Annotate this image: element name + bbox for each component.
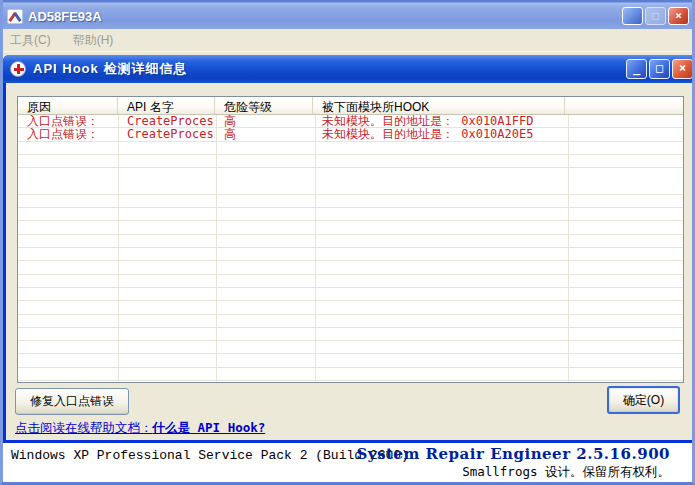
- red-cross-icon: [10, 61, 26, 77]
- credit-text: Smallfrogs 设计。保留所有权利。: [462, 464, 670, 481]
- cell-api-name: CreateProcessW: [118, 128, 215, 141]
- dialog-minimize-button[interactable]: _: [626, 59, 647, 79]
- app-window: AD58FE93A _ □ × 工具(C) 帮助(H) API Hook 检测详…: [0, 0, 695, 485]
- table-row[interactable]: 入口点错误： CreateProcessA 高 未知模块。目的地址是： 0x01…: [18, 115, 683, 128]
- column-header-hooked-by[interactable]: 被下面模块所HOOK: [313, 97, 565, 114]
- cell-hooked-by: 未知模块。目的地址是： 0x010A1FFD: [313, 115, 565, 128]
- fix-entry-point-button[interactable]: 修复入口点错误: [15, 388, 129, 415]
- cell-hooked-by: 未知模块。目的地址是： 0x010A20E5: [313, 128, 565, 141]
- table-row[interactable]: 入口点错误： CreateProcessW 高 未知模块。目的地址是： 0x01…: [18, 128, 683, 141]
- table-header: 原因 API 名字 危险等级 被下面模块所HOOK: [18, 97, 683, 115]
- menu-bar: 工具(C) 帮助(H): [3, 29, 692, 52]
- dialog-body: 原因 API 名字 危险等级 被下面模块所HOOK 入口点错误： CreateP…: [6, 83, 695, 440]
- dialog-title: API Hook 检测详细信息: [33, 60, 626, 78]
- cell-risk-level: 高: [215, 115, 313, 128]
- api-hook-table[interactable]: 原因 API 名字 危险等级 被下面模块所HOOK 入口点错误： CreateP…: [17, 96, 684, 383]
- column-header-api-name[interactable]: API 名字: [118, 97, 215, 114]
- status-bar: Windows XP Professional Service Pack 2 (…: [3, 443, 692, 482]
- column-header-empty[interactable]: [565, 97, 683, 114]
- table-body[interactable]: 入口点错误： CreateProcessA 高 未知模块。目的地址是： 0x01…: [18, 115, 683, 383]
- maximize-button-disabled: □: [645, 7, 666, 25]
- column-header-reason[interactable]: 原因: [18, 97, 118, 114]
- ok-button[interactable]: 确定(O): [607, 386, 680, 414]
- cell-risk-level: 高: [215, 128, 313, 141]
- dialog-maximize-button[interactable]: □: [649, 59, 670, 79]
- cell-api-name: CreateProcessA: [118, 115, 215, 128]
- cell-reason: 入口点错误：: [18, 128, 118, 141]
- column-divider: [315, 115, 316, 383]
- window-title: AD58FE93A: [28, 9, 622, 24]
- app-icon: [7, 9, 23, 24]
- column-divider: [118, 115, 119, 383]
- close-button[interactable]: ×: [668, 7, 689, 25]
- cell-reason: 入口点错误：: [18, 115, 118, 128]
- column-divider: [568, 115, 569, 383]
- os-version-text: Windows XP Professional Service Pack 2 (…: [11, 448, 409, 463]
- online-help-link[interactable]: 点击阅读在线帮助文档：什么是 API Hook?: [15, 420, 265, 437]
- help-link-question: 什么是 API Hook?: [153, 420, 266, 435]
- dialog-titlebar[interactable]: API Hook 检测详细信息 _ □ ×: [3, 55, 695, 83]
- outer-titlebar[interactable]: AD58FE93A _ □ ×: [0, 0, 695, 29]
- help-link-text: 点击阅读在线帮助文档：: [15, 421, 153, 435]
- menu-tools[interactable]: 工具(C): [10, 32, 51, 49]
- product-name-text: System Repair Engineer 2.5.16.900: [357, 445, 670, 463]
- dialog-close-button[interactable]: ×: [672, 59, 693, 79]
- column-header-risk-level[interactable]: 危险等级: [215, 97, 313, 114]
- api-hook-dialog: API Hook 检测详细信息 _ □ × 原因 API 名字 危险等级 被下面…: [3, 55, 695, 443]
- column-divider: [216, 115, 217, 383]
- menu-help[interactable]: 帮助(H): [73, 32, 114, 49]
- minimize-button[interactable]: _: [622, 7, 643, 25]
